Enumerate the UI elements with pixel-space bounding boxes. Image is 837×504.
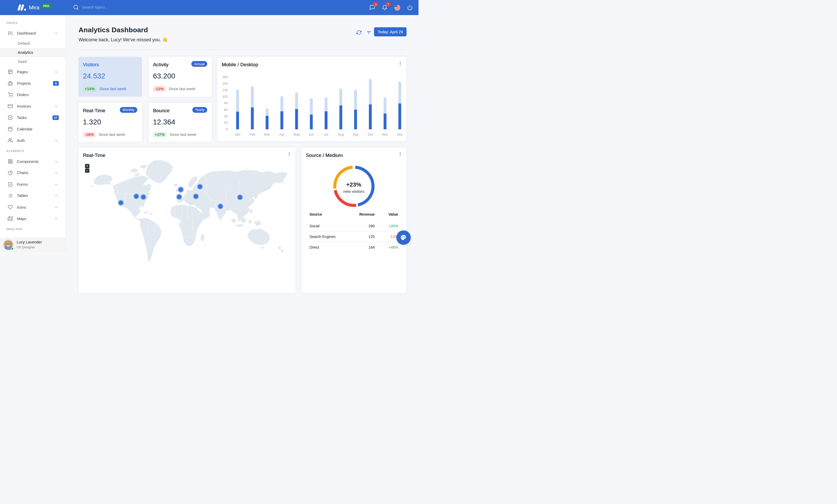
svg-text:Nov: Nov <box>382 132 388 136</box>
svg-text:0: 0 <box>226 128 228 131</box>
svg-text:80: 80 <box>224 101 228 105</box>
svg-text:100: 100 <box>222 95 228 98</box>
svg-text:Mar: Mar <box>264 132 270 136</box>
svg-text:Dec: Dec <box>397 132 403 136</box>
svg-text:40: 40 <box>224 115 228 118</box>
svg-text:Feb: Feb <box>249 132 255 136</box>
svg-text:Aug: Aug <box>338 132 344 136</box>
svg-text:160: 160 <box>222 75 228 79</box>
svg-text:60: 60 <box>224 108 228 112</box>
svg-text:140: 140 <box>222 82 228 86</box>
svg-text:Oct: Oct <box>368 132 373 136</box>
svg-text:May: May <box>293 132 300 136</box>
svg-text:20: 20 <box>224 121 228 125</box>
svg-text:Jan: Jan <box>235 132 241 136</box>
svg-text:Jun: Jun <box>308 132 314 136</box>
svg-text:Jul: Jul <box>324 132 328 136</box>
svg-text:Apr: Apr <box>279 132 285 136</box>
svg-text:Sep: Sep <box>353 132 358 136</box>
svg-text:120: 120 <box>222 88 228 92</box>
